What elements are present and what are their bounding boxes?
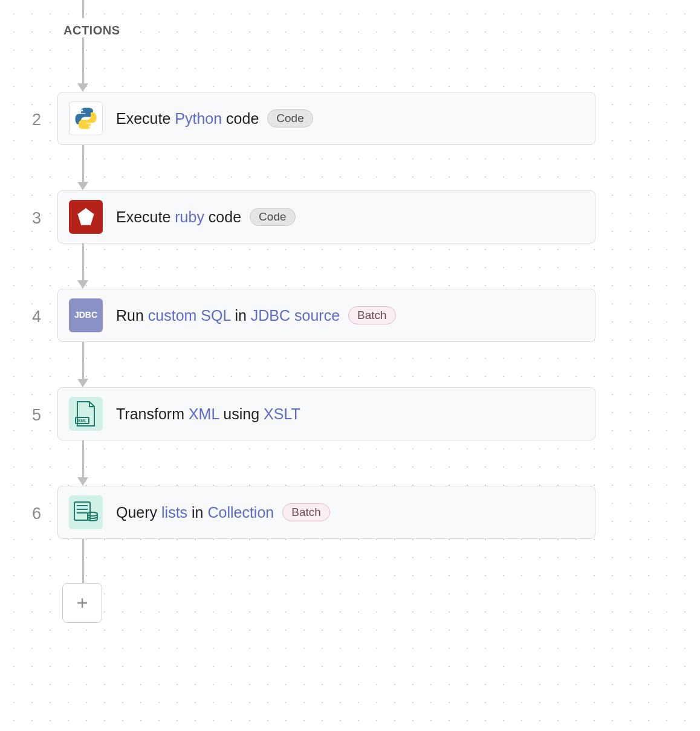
- action-link-text: lists: [161, 504, 187, 521]
- action-link-text: XML: [189, 405, 219, 422]
- action-text: in: [187, 504, 207, 521]
- action-step[interactable]: Execute Python codeCode: [57, 92, 595, 145]
- action-text: using: [219, 405, 264, 422]
- svg-point-9: [88, 512, 97, 516]
- ruby-icon: [69, 200, 103, 234]
- action-label: Execute ruby codeCode: [116, 208, 296, 226]
- step-number: 5: [23, 404, 41, 427]
- connector-line: [82, 342, 84, 379]
- action-text: Execute: [116, 208, 175, 225]
- action-link-text: custom SQL: [148, 307, 231, 324]
- action-text: code: [204, 208, 241, 225]
- action-text: code: [222, 110, 259, 127]
- action-label: Execute Python codeCode: [116, 109, 313, 127]
- action-label: Query lists in CollectionBatch: [116, 503, 330, 521]
- action-badge: Batch: [348, 306, 396, 324]
- action-step[interactable]: XML Transform XML using XSLT: [57, 387, 595, 440]
- action-text: Transform: [116, 405, 189, 422]
- action-text: in: [230, 307, 250, 324]
- action-step[interactable]: JDBC Run custom SQL in JDBC sourceBatch: [57, 289, 595, 342]
- action-badge: Batch: [282, 503, 330, 521]
- svg-point-1: [89, 126, 91, 127]
- step-number: 4: [23, 306, 41, 328]
- plus-icon: +: [77, 592, 88, 614]
- svg-text:JDBC: JDBC: [74, 310, 97, 320]
- action-text: Query: [116, 504, 161, 521]
- action-link-text: Collection: [207, 504, 274, 521]
- connector-line: [82, 145, 84, 182]
- python-icon: [69, 101, 103, 135]
- step-number: 2: [23, 109, 41, 131]
- jdbc-icon: JDBC: [69, 298, 103, 332]
- action-link-text: XSLT: [264, 405, 300, 422]
- action-label: Transform XML using XSLT: [116, 405, 300, 423]
- action-badge: Code: [250, 208, 295, 226]
- action-text: Run: [116, 307, 148, 324]
- collection-icon: [69, 495, 103, 529]
- connector-arrow-icon: [77, 83, 88, 92]
- connector-line: [82, 539, 84, 583]
- actions-section-label: ACTIONS: [57, 21, 126, 40]
- action-step[interactable]: Query lists in CollectionBatch: [57, 486, 595, 539]
- connector-line: [82, 0, 84, 18]
- action-text: Execute: [116, 110, 175, 127]
- xml-icon: XML: [69, 397, 103, 431]
- action-link-text: Python: [175, 110, 222, 127]
- action-label: Run custom SQL in JDBC sourceBatch: [116, 306, 396, 324]
- connector-arrow-icon: [77, 379, 88, 387]
- step-number: 6: [23, 503, 41, 525]
- action-step[interactable]: Execute ruby codeCode: [57, 190, 595, 243]
- step-number: 3: [23, 207, 41, 230]
- connector-arrow-icon: [77, 280, 88, 289]
- connector-arrow-icon: [77, 182, 88, 190]
- connector-arrow-icon: [77, 477, 88, 486]
- add-step-button[interactable]: +: [62, 583, 102, 623]
- svg-text:XML: XML: [78, 419, 88, 423]
- action-badge: Code: [267, 109, 313, 127]
- connector-line: [82, 243, 84, 280]
- svg-point-0: [81, 109, 83, 111]
- action-link-text: ruby: [175, 208, 204, 225]
- connector-line: [82, 37, 84, 83]
- connector-line: [82, 440, 84, 477]
- action-link-text: JDBC source: [251, 307, 340, 324]
